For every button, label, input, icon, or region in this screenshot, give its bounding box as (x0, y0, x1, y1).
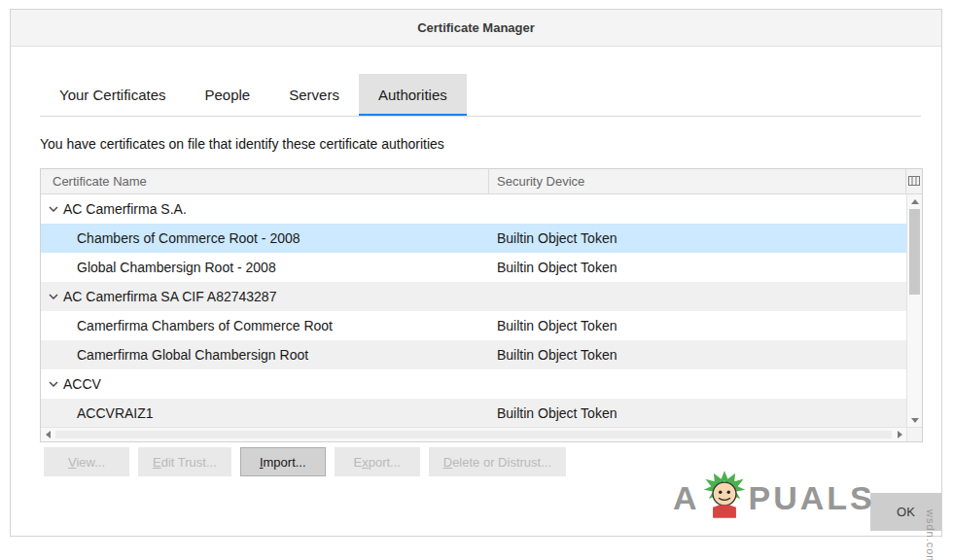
security-device: Builtin Object Token (489, 347, 906, 363)
horizontal-scrollbar-thumb[interactable] (55, 431, 892, 438)
column-header-certificate-name[interactable]: Certificate Name (41, 169, 489, 193)
column-picker-icon (908, 174, 920, 189)
action-buttons: View...Edit Trust...Import...Export...De… (44, 447, 566, 476)
security-device: Builtin Object Token (489, 405, 906, 421)
chevron-down-icon (49, 294, 58, 299)
export-button[interactable]: Export... (335, 447, 420, 476)
scroll-left-arrow-icon[interactable] (41, 428, 54, 441)
tab-bar: Your CertificatesPeopleServersAuthoritie… (40, 74, 921, 117)
screen: Certificate Manager Your CertificatesPeo… (0, 0, 953, 560)
delete-or-distrust-button[interactable]: Delete or Distrust... (429, 447, 566, 476)
tab-people[interactable]: People (186, 74, 270, 116)
authority-group-row[interactable]: AC Camerfirma S.A. (41, 194, 906, 224)
scroll-up-arrow-icon[interactable] (907, 194, 922, 208)
scroll-down-arrow-icon[interactable] (907, 413, 922, 427)
certificate-row[interactable]: Chambers of Commerce Root - 2008Builtin … (41, 224, 906, 253)
certificate-row[interactable]: Camerfirma Global Chambersign RootBuilti… (41, 340, 906, 369)
import-button[interactable]: Import... (240, 447, 326, 476)
certificate-table-body: AC Camerfirma S.A.Chambers of Commerce R… (41, 194, 906, 427)
column-picker-button[interactable] (905, 169, 922, 193)
certificate-name: ACCVRAIZ1 (41, 405, 489, 421)
view-button[interactable]: View... (44, 447, 129, 476)
description-text: You have certificates on file that ident… (40, 136, 444, 152)
authority-group-name: ACCV (63, 376, 101, 392)
security-device: Builtin Object Token (489, 230, 906, 246)
tab-authorities[interactable]: Authorities (359, 74, 467, 116)
authority-group-row[interactable]: ACCV (41, 369, 906, 399)
vertical-scrollbar[interactable] (906, 194, 922, 427)
certificate-name: Camerfirma Global Chambersign Root (41, 347, 489, 363)
column-header-label: Certificate Name (53, 174, 147, 189)
security-device: Builtin Object Token (489, 318, 906, 333)
authority-group-name: AC Camerfirma S.A. (63, 201, 187, 217)
column-header-label: Security Device (497, 174, 584, 189)
security-device: Builtin Object Token (489, 260, 906, 275)
scrollbar-corner (906, 427, 922, 441)
chevron-down-icon (49, 381, 58, 387)
edit-trust-button[interactable]: Edit Trust... (138, 447, 231, 476)
certificate-manager-dialog: Certificate Manager Your CertificatesPeo… (10, 9, 942, 537)
table-header: Certificate Name Security Device (41, 169, 922, 194)
authority-group-name: AC Camerfirma SA CIF A82743287 (63, 289, 276, 304)
column-header-security-device[interactable]: Security Device (489, 169, 905, 193)
tab-servers[interactable]: Servers (269, 74, 359, 116)
chevron-down-icon (49, 206, 58, 212)
horizontal-scrollbar[interactable] (41, 427, 906, 441)
certificate-row[interactable]: Global Chambersign Root - 2008Builtin Ob… (41, 253, 906, 282)
dialog-titlebar: Certificate Manager (11, 10, 941, 47)
dialog-title: Certificate Manager (417, 20, 535, 35)
certificate-name: Global Chambersign Root - 2008 (41, 260, 489, 275)
certificate-row[interactable]: Camerfirma Chambers of Commerce RootBuil… (41, 311, 906, 340)
vertical-scrollbar-thumb[interactable] (909, 209, 920, 295)
watermark-site-text: wsdn.com (925, 509, 936, 560)
certificate-table: Certificate Name Security Device AC Ca (40, 168, 923, 442)
scroll-right-arrow-icon[interactable] (893, 428, 906, 441)
certificate-name: Chambers of Commerce Root - 2008 (41, 230, 489, 246)
certificate-row[interactable]: ACCVRAIZ1Builtin Object Token (41, 399, 906, 427)
authority-group-row[interactable]: AC Camerfirma SA CIF A82743287 (41, 282, 906, 311)
tab-your-certificates[interactable]: Your Certificates (40, 74, 186, 116)
certificate-name: Camerfirma Chambers of Commerce Root (41, 318, 489, 333)
